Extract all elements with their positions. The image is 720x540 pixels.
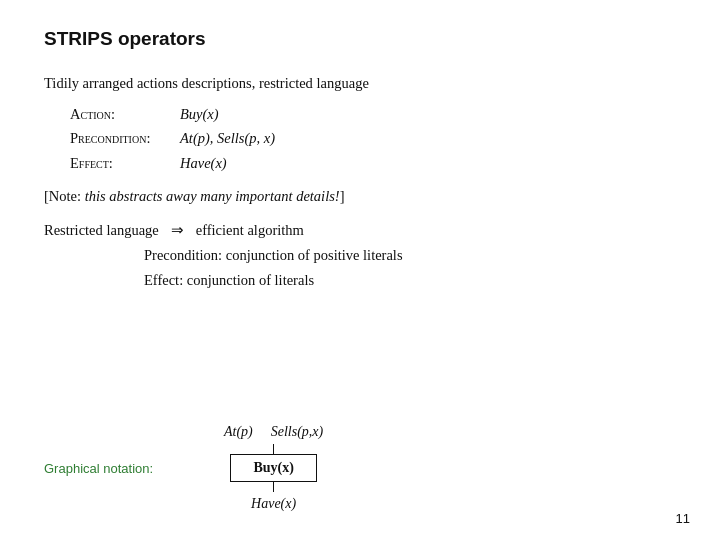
action-row: Action: Buy(x) — [70, 103, 676, 126]
slide: STRIPS operators Tidily arranged actions… — [0, 0, 720, 540]
efficient-label: efficient algorithm — [196, 219, 304, 242]
precondition-desc: Precondition: conjunction of positive li… — [44, 244, 676, 267]
action-value: Buy(x) — [180, 103, 219, 126]
connector-bottom — [273, 482, 275, 492]
intro-line: Tidily arranged actions descriptions, re… — [44, 72, 676, 95]
diagram-top-left: At(p) — [224, 424, 253, 440]
note-bracket-close: ] — [340, 188, 345, 204]
page-title: STRIPS operators — [44, 28, 676, 50]
content-area: Tidily arranged actions descriptions, re… — [44, 72, 676, 293]
effect-label: Effect: — [70, 152, 180, 175]
precondition-value: At(p), Sells(p, x) — [180, 127, 275, 150]
action-block: Action: Buy(x) Precondition: At(p), Sell… — [70, 103, 676, 175]
diagram-box: Buy(x) — [230, 454, 316, 482]
restricted-label: Restricted language — [44, 219, 159, 242]
diagram: At(p) Sells(p,x) Buy(x) Have(x) — [224, 424, 323, 512]
effect-row: Effect: Have(x) — [70, 152, 676, 175]
connector-top — [273, 444, 275, 454]
note-bracket-open: [Note: — [44, 188, 85, 204]
action-label: Action: — [70, 103, 180, 126]
effect-value: Have(x) — [180, 152, 227, 175]
precondition-row: Precondition: At(p), Sells(p, x) — [70, 127, 676, 150]
restricted-block: Restricted language ⇒ efficient algorith… — [44, 218, 676, 293]
effect-desc: Effect: conjunction of literals — [44, 269, 676, 292]
page-number: 11 — [676, 511, 690, 526]
diagram-top-row: At(p) Sells(p,x) — [224, 424, 323, 440]
graphical-label: Graphical notation: — [44, 461, 164, 476]
diagram-bottom: Have(x) — [251, 496, 296, 512]
note-block: [Note: this abstracts away many importan… — [44, 185, 676, 208]
restricted-line: Restricted language ⇒ efficient algorith… — [44, 218, 676, 242]
diagram-top-right: Sells(p,x) — [271, 424, 323, 440]
note-text: this abstracts away many important detai… — [85, 188, 340, 204]
graphical-section: Graphical notation: At(p) Sells(p,x) Buy… — [44, 424, 676, 512]
arrow-symbol: ⇒ — [171, 218, 184, 242]
precondition-label: Precondition: — [70, 127, 180, 150]
